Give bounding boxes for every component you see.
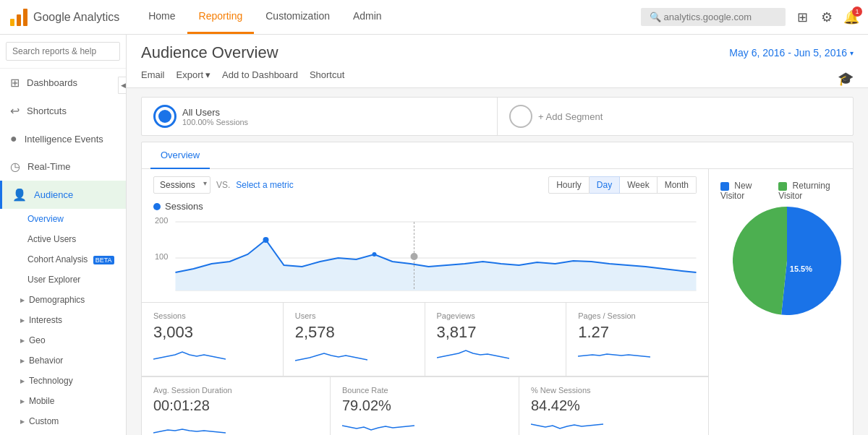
metric-pages-session: Pages / Session 1.27: [566, 303, 708, 376]
sidebar-sub-active-users[interactable]: Active Users: [0, 229, 126, 249]
returning-visitor-dot: [778, 182, 787, 191]
select-metric-link[interactable]: Select a metric: [236, 180, 293, 190]
metric-sessions: Sessions 3,003: [142, 303, 284, 376]
metric-new-sessions: % New Sessions 84.42%: [519, 377, 708, 435]
page-header-top: Audience Overview May 6, 2016 - Jun 5, 2…: [141, 43, 854, 62]
svg-rect-2: [23, 9, 27, 26]
beta-badge: BETA: [93, 256, 114, 264]
realtime-icon: ◷: [10, 160, 20, 173]
svg-rect-0: [10, 19, 14, 26]
hourly-btn[interactable]: Hourly: [548, 176, 590, 194]
search-box: [0, 35, 126, 69]
hat-icon[interactable]: 🎓: [838, 71, 854, 87]
sidebar-expand-geo[interactable]: ▶ Geo: [0, 330, 126, 350]
notifications-icon[interactable]: 🔔: [843, 9, 859, 25]
sidebar-item-shortcuts[interactable]: ↩ Shortcuts: [0, 97, 126, 125]
sidebar-item-dashboards[interactable]: ⊞ Dashboards: [0, 69, 126, 97]
metric-select[interactable]: Sessions: [153, 176, 210, 194]
chart-side: New Visitor Returning Visitor: [708, 169, 853, 435]
month-btn[interactable]: Month: [658, 176, 697, 194]
dashboards-icon: ⊞: [10, 76, 20, 90]
all-users-segment[interactable]: All Users 100.00% Sessions: [142, 98, 498, 135]
sidebar-sub-cohort[interactable]: Cohort Analysis BETA: [0, 249, 126, 270]
metric-avg-duration: Avg. Session Duration 00:01:28: [142, 377, 331, 435]
main-nav: Home Reporting Customization Admin: [137, 0, 641, 34]
caret-icon: ▶: [20, 378, 25, 384]
nav-right: 🔍 analytics.google.com ⊞ ⚙ 🔔: [641, 8, 859, 26]
tab-overview[interactable]: Overview: [150, 142, 210, 169]
sidebar-sub-user-explorer[interactable]: User Explorer: [0, 270, 126, 290]
sidebar-expand-technology[interactable]: ▶ Technology: [0, 371, 126, 391]
audience-icon: 👤: [12, 188, 27, 202]
sparkline-new-sessions: [531, 417, 603, 435]
sidebar-label-audience: Audience: [34, 189, 73, 200]
sessions-chart: May 8 May 15 May 22 May 29: [153, 215, 697, 294]
nav-admin[interactable]: Admin: [341, 0, 393, 34]
shortcut-link[interactable]: Shortcut: [310, 69, 344, 87]
caret-icon: ▶: [20, 317, 25, 324]
main-layout: ◀ ⊞ Dashboards ↩ Shortcuts ● Intelligenc…: [0, 35, 868, 435]
nav-customization[interactable]: Customization: [254, 0, 341, 34]
chart-peak: [263, 237, 269, 243]
sidebar-collapse-btn[interactable]: ◀: [118, 77, 127, 94]
search-input[interactable]: [6, 42, 120, 61]
google-analytics-logo: [9, 7, 29, 27]
segment-circle: [153, 105, 176, 128]
page-title: Audience Overview: [141, 43, 278, 62]
grid-icon[interactable]: ⊞: [794, 9, 810, 25]
email-link[interactable]: Email: [141, 69, 165, 87]
y-label-200: 200: [155, 216, 168, 225]
segment-bar: All Users 100.00% Sessions + Add Segment: [141, 97, 854, 136]
caret-icon: ▶: [20, 297, 25, 303]
add-dashboard-link[interactable]: Add to Dashboard: [222, 69, 298, 87]
date-range-caret: ▾: [850, 49, 854, 57]
week-btn[interactable]: Week: [620, 176, 657, 194]
sidebar-expand-custom[interactable]: ▶ Custom: [0, 411, 126, 431]
nav-home[interactable]: Home: [137, 0, 187, 34]
sidebar-sub-overview[interactable]: Overview: [0, 209, 126, 229]
top-nav: Google Analytics Home Reporting Customiz…: [0, 0, 868, 35]
pie-chart: [733, 207, 841, 315]
metric-users: Users 2,578: [284, 303, 425, 376]
sparkline-users: [295, 345, 367, 365]
caret-icon: ▶: [20, 418, 25, 425]
chart-area: 200 100: [142, 215, 708, 302]
caret-icon: ▶: [20, 337, 25, 344]
overview-section: Overview Sessions VS. Select a metric: [141, 142, 854, 435]
new-visitor-legend: New Visitor: [720, 181, 767, 201]
sidebar-item-realtime[interactable]: ◷ Real-Time: [0, 152, 126, 181]
sidebar-label-intelligence: Intelligence Events: [25, 134, 103, 145]
sidebar-item-audience[interactable]: 👤 Audience: [0, 181, 126, 209]
sessions-label: Sessions: [142, 201, 708, 215]
sparkline-bounce: [342, 417, 414, 435]
overview-tabs: Overview: [142, 142, 853, 169]
sparkline-pageviews: [437, 345, 509, 365]
sidebar: ◀ ⊞ Dashboards ↩ Shortcuts ● Intelligenc…: [0, 35, 127, 435]
intelligence-icon: ●: [10, 132, 17, 145]
logo-text: Google Analytics: [33, 11, 119, 24]
sparkline-duration: [153, 417, 226, 435]
metric-select-wrap: Sessions: [153, 176, 210, 194]
sidebar-item-intelligence[interactable]: ● Intelligence Events: [0, 125, 126, 152]
sidebar-label-dashboards: Dashboards: [27, 77, 77, 88]
shortcuts-icon: ↩: [10, 104, 20, 118]
chart-outer: Sessions VS. Select a metric Hourly Day …: [142, 169, 853, 435]
sidebar-expand-behavior[interactable]: ▶ Behavior: [0, 350, 126, 371]
date-range[interactable]: May 6, 2016 - Jun 5, 2016 ▾: [729, 47, 854, 59]
action-bar: Email Export ▾ Add to Dashboard Shortcut…: [141, 69, 854, 87]
sidebar-expand-interests[interactable]: ▶ Interests: [0, 310, 126, 330]
page-header: Audience Overview May 6, 2016 - Jun 5, 2…: [127, 35, 868, 88]
returning-visitor-legend: Returning Visitor: [778, 181, 841, 201]
add-segment[interactable]: + Add Segment: [498, 98, 853, 135]
sidebar-expand-demographics[interactable]: ▶ Demographics: [0, 290, 126, 310]
day-btn[interactable]: Day: [590, 176, 620, 194]
nav-reporting[interactable]: Reporting: [187, 0, 255, 34]
svg-rect-1: [17, 14, 21, 26]
svg-point-6: [373, 252, 377, 257]
sidebar-expand-benchmarking[interactable]: ▶ Benchmarking: [0, 431, 126, 435]
sidebar-expand-mobile[interactable]: ▶ Mobile: [0, 391, 126, 411]
export-link[interactable]: Export ▾: [176, 69, 211, 87]
sparkline-pages-session: [578, 345, 650, 365]
settings-icon[interactable]: ⚙: [819, 9, 835, 25]
svg-point-8: [411, 253, 418, 260]
